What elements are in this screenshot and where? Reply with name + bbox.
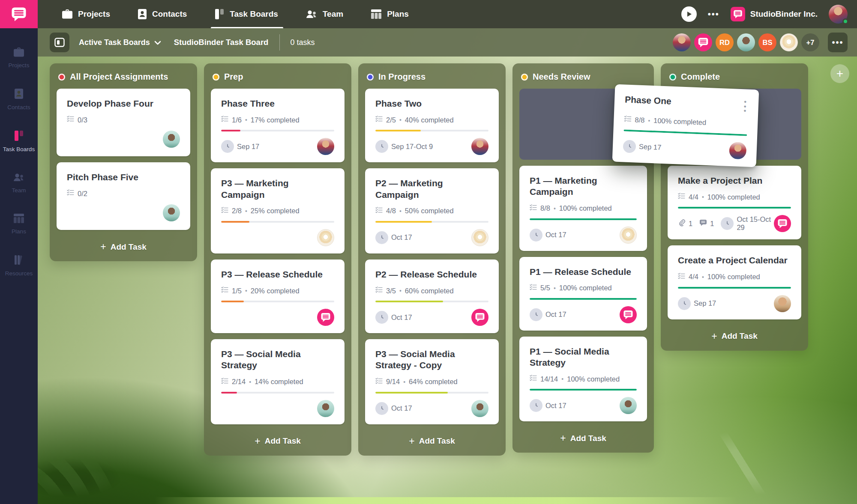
sidebar-item-task-boards[interactable]: Task Boards — [0, 124, 38, 158]
add-task-button[interactable]: +Add Task — [57, 236, 190, 256]
add-task-button[interactable]: +Add Task — [519, 427, 647, 447]
column-prep: PrepPhase Three1/6•17% completedSep 17P3… — [204, 63, 351, 456]
task-card[interactable]: P3 — Social Media Strategy - Copy9/14•64… — [365, 339, 499, 424]
task-card[interactable]: P2 — Release Schedule3/5•60% completedOc… — [365, 259, 499, 333]
progress-fill — [375, 301, 443, 302]
percent-completed: 100% completed — [707, 273, 760, 281]
card-checklist-meta: 4/8•50% completed — [375, 207, 488, 215]
task-card[interactable]: Pitch Phase Five0/2 — [57, 162, 190, 230]
avatar-logo — [620, 306, 637, 323]
card-checklist-meta: 9/14•64% completed — [375, 378, 488, 386]
meta-separator: • — [399, 287, 402, 294]
card-header: P3 — Marketing Campaign — [221, 178, 334, 200]
paperclip-icon — [678, 219, 686, 228]
checklist-count: 1/5 — [232, 287, 242, 295]
sidebar-item-projects[interactable]: Projects — [0, 41, 38, 75]
column-status-dot — [669, 74, 676, 81]
card-header: Make a Project Plan — [678, 175, 791, 186]
avatar-donut[interactable] — [780, 33, 798, 51]
avatar-man-red[interactable] — [673, 33, 691, 51]
progress-fill — [375, 130, 421, 131]
sidebar-item-team[interactable]: Team — [0, 166, 38, 200]
task-card[interactable]: P3 — Social Media Strategy2/14•14% compl… — [211, 339, 345, 424]
nav-tab-team[interactable]: Team — [304, 0, 345, 28]
card-checklist-meta: 5/5•100% completed — [530, 284, 637, 292]
nav-tab-projects[interactable]: Projects — [60, 0, 112, 28]
user-avatar[interactable] — [829, 5, 848, 24]
plans-icon — [371, 9, 382, 19]
task-card[interactable]: P1 — Social Media Strategy14/14•100% com… — [519, 337, 647, 422]
task-card[interactable]: Make a Project Plan4/4•100% completed11O… — [668, 166, 801, 239]
taskboards-icon — [14, 130, 24, 143]
progress-bar — [530, 298, 637, 300]
add-task-button[interactable]: +Add Task — [211, 430, 345, 450]
clock-icon — [623, 140, 636, 153]
checklist-icon — [221, 378, 228, 386]
task-card[interactable]: P3 — Release Schedule1/5•20% completed — [211, 259, 345, 333]
due-date: Oct 17 — [375, 231, 412, 244]
card-header: Phase One••• — [624, 94, 748, 114]
checklist-icon — [624, 115, 632, 124]
kebab-menu-icon[interactable]: ••• — [742, 98, 748, 113]
board-selector-dropdown[interactable]: Active Task Boards — [79, 38, 161, 47]
dragged-task-card[interactable]: Phase One•••8/8•100% completedSep 17 — [612, 84, 759, 167]
task-card[interactable]: P1 — Marketing Campaign8/8•100% complete… — [519, 166, 647, 251]
avatar-logo[interactable] — [694, 33, 712, 51]
sidebar-item-resources[interactable]: Resources — [0, 248, 38, 283]
task-card[interactable]: Develop Phase Four0/3 — [57, 89, 190, 156]
toolbar-divider — [279, 34, 280, 51]
avatar-BS[interactable]: BS — [758, 33, 776, 51]
add-task-label: Add Task — [722, 331, 758, 341]
card-title: Develop Phase Four — [67, 98, 153, 109]
avatar-man-teal — [163, 204, 180, 221]
add-task-label: Add Task — [570, 434, 606, 443]
card-header: Pitch Phase Five — [67, 172, 180, 183]
more-options-icon[interactable]: ••• — [708, 9, 719, 19]
percent-completed: 40% completed — [405, 116, 454, 124]
card-checklist-meta: 1/5•20% completed — [221, 286, 334, 295]
board-overflow-menu-button[interactable]: ••• — [828, 33, 848, 52]
add-task-label: Add Task — [111, 242, 147, 252]
task-card[interactable]: Create a Project Calendar4/4•100% comple… — [668, 245, 801, 319]
avatar-RD[interactable]: RD — [716, 33, 734, 51]
avatar-man-teal[interactable] — [737, 33, 755, 51]
task-card[interactable]: Phase Three1/6•17% completedSep 17 — [211, 89, 345, 162]
task-card[interactable]: P2 — Marketing Campaign4/8•50% completed… — [365, 168, 499, 253]
clock-icon — [678, 297, 691, 310]
meta-separator: • — [702, 274, 704, 280]
progress-bar — [375, 301, 488, 302]
checklist-count: 3/5 — [386, 287, 396, 295]
card-header: P3 — Social Media Strategy — [221, 349, 334, 371]
card-footer-meta: Oct 17 — [375, 402, 412, 415]
play-button[interactable] — [681, 6, 697, 22]
add-column-button[interactable]: + — [830, 64, 849, 83]
task-card[interactable]: P1 — Release Schedule5/5•100% completedO… — [519, 257, 647, 331]
checklist-icon — [221, 286, 228, 295]
column-title: All Project Assignments — [70, 72, 168, 82]
add-task-button[interactable]: +Add Task — [365, 430, 499, 450]
column-status-dot — [58, 74, 65, 81]
nav-tab-task-boards[interactable]: Task Boards — [213, 0, 280, 28]
org-switcher[interactable]: StudioBinder Inc. — [731, 7, 818, 21]
nav-tab-label: Task Boards — [230, 9, 278, 19]
board-view-button[interactable] — [50, 33, 69, 52]
nav-tab-plans[interactable]: Plans — [369, 0, 411, 28]
sidebar-item-plans[interactable]: Plans — [0, 207, 38, 241]
comment-icon — [699, 219, 707, 228]
plus-icon: + — [711, 331, 717, 342]
card-footer — [221, 400, 334, 418]
avatar-+7[interactable]: +7 — [801, 33, 819, 51]
studiobinder-logo[interactable] — [0, 0, 38, 28]
checklist-count: 8/8 — [540, 204, 550, 212]
avatar-man-red — [317, 138, 334, 155]
add-task-button[interactable]: +Add Task — [668, 325, 801, 346]
sidebar-item-contacts[interactable]: Contacts — [0, 82, 38, 116]
task-card[interactable]: Phase Two2/5•40% completedSep 17-Oct 9 — [365, 89, 499, 162]
column-status-dot — [213, 74, 219, 81]
nav-tab-contacts[interactable]: Contacts — [136, 0, 189, 28]
card-footer-meta: Oct 17 — [375, 231, 412, 244]
task-card[interactable]: P3 — Marketing Campaign2/8•25% completed — [211, 168, 345, 253]
checklist-icon — [375, 378, 383, 386]
avatar-logo — [317, 309, 334, 326]
progress-fill — [221, 221, 249, 223]
